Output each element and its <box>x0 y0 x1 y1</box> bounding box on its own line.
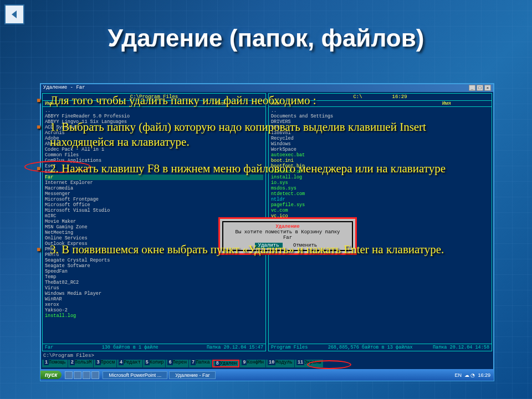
highlight-ellipse-f8 <box>307 360 351 369</box>
quicklaunch-icon[interactable] <box>74 371 81 379</box>
list-item[interactable]: Virus <box>45 285 263 291</box>
list-item[interactable]: Windows Media Player <box>45 291 263 296</box>
left-status2: 130 байтов в 1 файле <box>102 345 158 350</box>
quicklaunch-icon[interactable] <box>91 371 99 379</box>
list-item[interactable]: Temp <box>45 274 263 280</box>
left-status3: Папка 20.12.04 15:47 <box>207 345 263 350</box>
instruction-item: 1. Выбрать папку (файл) которую надо коп… <box>31 120 485 149</box>
back-button[interactable] <box>4 4 24 24</box>
tray-lang[interactable]: EN <box>454 372 462 378</box>
fkey-5[interactable]: 5Копир <box>143 360 166 367</box>
instruction-item: 2. Нажать клавишу F8 в нижнем меню файло… <box>31 161 485 176</box>
fkey-3[interactable]: 3Просм <box>94 360 116 367</box>
fkey-8[interactable]: 8Удален <box>212 360 240 367</box>
fkey-10[interactable]: 10Модуль <box>266 360 294 367</box>
fkey-7[interactable]: 7Папка <box>189 360 212 367</box>
minimize-icon[interactable]: _ <box>469 85 475 91</box>
maximize-icon[interactable]: □ <box>477 85 483 91</box>
far-titlebar: Удаление - Far _ □ × <box>41 84 493 92</box>
function-key-bar: 1Помощь2ПользМ3Просм4Редакт5Копир6Перен7… <box>41 359 493 368</box>
right-status2: 268,885,576 байтов в 13 файлах <box>328 345 413 350</box>
fkey-4[interactable]: 4Редакт <box>117 360 142 367</box>
command-line[interactable]: C:\Program Files> <box>41 352 493 359</box>
far-title: Удаление - Far <box>43 85 85 91</box>
left-status1: Far <box>45 345 53 350</box>
fkey-6[interactable]: 6Перен <box>166 360 188 367</box>
close-icon[interactable]: × <box>484 85 491 91</box>
task-powerpoint[interactable]: Microsoft PowerPoint ... <box>103 371 167 379</box>
fkey-1[interactable]: 1Помощь <box>42 360 68 367</box>
tray-clock: 16:29 <box>478 372 490 378</box>
taskbar: пуск Microsoft PowerPoint ... Удаление -… <box>40 369 494 381</box>
list-item[interactable]: install.log <box>45 313 263 319</box>
list-item[interactable]: WinRAR <box>45 296 263 302</box>
instruction-list: Для того чтобы удалить папку или файл не… <box>31 93 485 269</box>
instruction-item: 3. В появившемся окне выбрать пункт «Уда… <box>31 242 485 257</box>
task-far[interactable]: Удаление - Far <box>169 371 216 379</box>
fkey-2[interactable]: 2ПользМ <box>68 360 94 367</box>
list-item[interactable]: TheBat82_RC2 <box>45 280 263 285</box>
instruction-item: Для того чтобы удалить папку или файл не… <box>31 93 485 108</box>
quicklaunch-icon[interactable] <box>65 371 73 379</box>
right-status3: Папка 20.12.04 14:58 <box>433 345 489 350</box>
right-status1: Program Files <box>271 345 308 350</box>
quicklaunch-icon[interactable] <box>83 371 90 379</box>
start-button[interactable]: пуск <box>40 371 62 379</box>
slide-title: Удаление (папок, файлов) <box>0 24 532 52</box>
list-item[interactable]: xerox <box>45 302 263 308</box>
list-item[interactable]: SpeedFan <box>45 269 263 274</box>
list-item[interactable]: Yaksoo-2 <box>45 308 263 313</box>
fkey-9[interactable]: 9КонфМн <box>240 360 265 367</box>
